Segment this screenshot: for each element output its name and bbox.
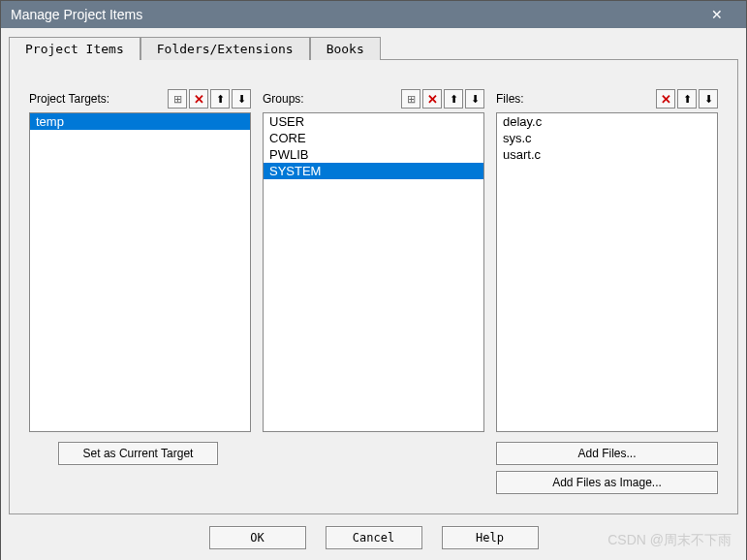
titlebar: Manage Project Items ✕ xyxy=(1,1,746,28)
files-up-button[interactable]: ⬆ xyxy=(677,89,697,109)
help-button[interactable]: Help xyxy=(442,526,539,549)
targets-new-button[interactable]: ⊞ xyxy=(168,89,187,109)
close-button[interactable]: ✕ xyxy=(698,1,736,28)
list-item[interactable]: usart.c xyxy=(497,146,717,163)
targets-up-button[interactable]: ⬆ xyxy=(210,89,230,109)
tab-folders-extensions[interactable]: Folders/Extensions xyxy=(140,37,310,60)
delete-icon: ✕ xyxy=(194,92,204,107)
watermark: CSDN @周末不下雨 xyxy=(607,532,731,549)
arrow-up-icon: ⬆ xyxy=(216,93,225,106)
files-label: Files: xyxy=(496,92,654,106)
groups-new-button[interactable]: ⊞ xyxy=(401,89,420,109)
delete-icon: ✕ xyxy=(661,92,671,107)
targets-list[interactable]: temp xyxy=(29,112,251,432)
add-files-image-button[interactable]: Add Files as Image... xyxy=(496,471,718,494)
files-list[interactable]: delay.c sys.c usart.c xyxy=(496,112,718,432)
arrow-down-icon: ⬇ xyxy=(471,93,480,106)
groups-down-button[interactable]: ⬇ xyxy=(465,89,484,109)
list-item[interactable]: SYSTEM xyxy=(264,163,483,179)
footer: OK Cancel Help CSDN @周末不下雨 xyxy=(1,514,746,560)
tab-content: Project Targets: ⊞ ✕ ⬆ ⬇ temp Groups: ⊞ … xyxy=(9,59,738,514)
window-title: Manage Project Items xyxy=(11,7,698,22)
arrow-down-icon: ⬇ xyxy=(237,93,246,106)
delete-icon: ✕ xyxy=(427,92,438,107)
list-item[interactable]: CORE xyxy=(264,130,483,146)
new-icon: ⊞ xyxy=(173,93,182,106)
files-delete-button[interactable]: ✕ xyxy=(656,89,675,109)
tabs: Project Items Folders/Extensions Books xyxy=(9,36,738,59)
add-files-button[interactable]: Add Files... xyxy=(496,442,718,465)
groups-up-button[interactable]: ⬆ xyxy=(444,89,463,109)
groups-label: Groups: xyxy=(263,92,399,106)
list-item[interactable]: delay.c xyxy=(497,113,717,130)
files-down-button[interactable]: ⬇ xyxy=(699,89,718,109)
col-groups: Groups: ⊞ ✕ ⬆ ⬇ USER CORE PWLIB SYSTEM xyxy=(263,87,484,432)
bottom-buttons: Set as Current Target Add Files... Add F… xyxy=(29,442,718,494)
col-targets: Project Targets: ⊞ ✕ ⬆ ⬇ temp xyxy=(29,87,251,432)
col-files: Files: ✕ ⬆ ⬇ delay.c sys.c usart.c xyxy=(496,87,718,432)
targets-label: Project Targets: xyxy=(29,92,166,106)
dialog-window: Manage Project Items ✕ Project Items Fol… xyxy=(0,0,747,560)
col-targets-header: Project Targets: ⊞ ✕ ⬆ ⬇ xyxy=(29,87,251,110)
list-item[interactable]: temp xyxy=(30,113,250,130)
list-item[interactable]: sys.c xyxy=(497,130,717,146)
targets-delete-button[interactable]: ✕ xyxy=(189,89,208,109)
arrow-down-icon: ⬇ xyxy=(704,93,713,106)
cancel-button[interactable]: Cancel xyxy=(326,526,422,549)
tab-project-items[interactable]: Project Items xyxy=(9,37,140,60)
groups-list[interactable]: USER CORE PWLIB SYSTEM xyxy=(263,112,484,432)
ok-button[interactable]: OK xyxy=(209,526,306,549)
arrow-up-icon: ⬆ xyxy=(450,93,458,106)
close-icon: ✕ xyxy=(711,7,723,22)
columns: Project Targets: ⊞ ✕ ⬆ ⬇ temp Groups: ⊞ … xyxy=(29,87,718,432)
set-current-target-button[interactable]: Set as Current Target xyxy=(58,442,218,465)
tabs-container: Project Items Folders/Extensions Books P… xyxy=(1,28,746,514)
col-groups-header: Groups: ⊞ ✕ ⬆ ⬇ xyxy=(263,87,484,110)
arrow-up-icon: ⬆ xyxy=(683,93,692,106)
targets-down-button[interactable]: ⬇ xyxy=(232,89,251,109)
groups-delete-button[interactable]: ✕ xyxy=(422,89,442,109)
new-icon: ⊞ xyxy=(407,93,416,106)
tab-books[interactable]: Books xyxy=(310,37,381,60)
list-item[interactable]: USER xyxy=(264,113,483,130)
col-files-header: Files: ✕ ⬆ ⬇ xyxy=(496,87,718,110)
list-item[interactable]: PWLIB xyxy=(264,146,483,163)
